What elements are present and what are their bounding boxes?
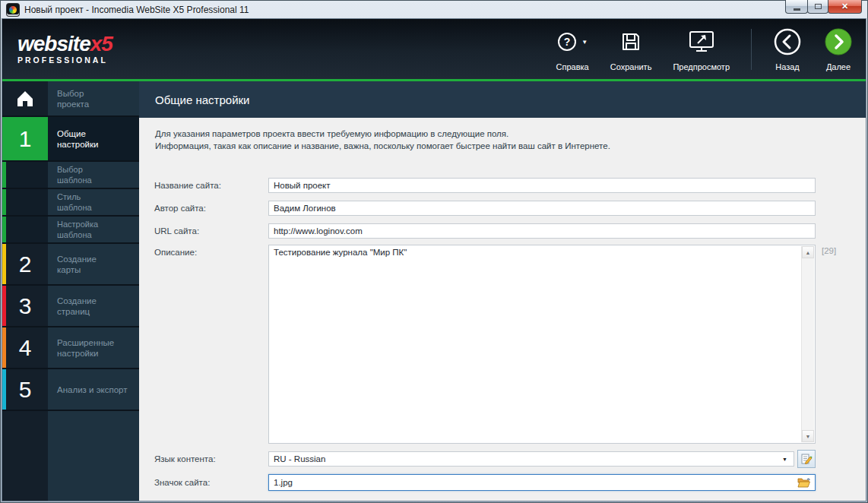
sidebar-label-project-choice: Выбор проекта	[48, 81, 139, 115]
help-button[interactable]: ? ▼ Справка	[556, 27, 589, 71]
maximize-button[interactable]	[807, 0, 828, 14]
circle-chevron-right-icon	[823, 27, 854, 57]
step-5-number: 5	[2, 369, 48, 410]
sidebar-step-4-advanced-settings[interactable]: 4 Расширенные настройки	[2, 327, 139, 369]
step-2-strip	[2, 244, 6, 284]
step-4-number: 4	[2, 327, 48, 368]
open-folder-icon	[797, 477, 811, 488]
edit-list-icon	[800, 453, 813, 465]
intro-line-2: Информация, такая как описание и названи…	[155, 140, 866, 152]
brand-logo: websitex5 PROFESSIONAL	[17, 33, 112, 65]
preview-button[interactable]: Предпросмотр	[673, 27, 730, 71]
content-language-value: RU - Russian	[274, 454, 782, 463]
subitem-template-style-label: Стиль шаблона	[48, 189, 139, 215]
chevron-down-icon: ▼	[782, 457, 787, 462]
site-icon-row: Значок сайта:	[154, 474, 866, 491]
site-name-input[interactable]	[268, 178, 816, 193]
maximize-icon	[815, 4, 822, 9]
app-frame: websitex5 PROFESSIONAL ? ▼ Справка	[2, 19, 866, 501]
site-icon-field	[268, 474, 816, 491]
step-4-strip	[2, 327, 6, 368]
sidebar-item-project-choice[interactable]: Выбор проекта	[2, 81, 139, 117]
app-header: websitex5 PROFESSIONAL ? ▼ Справка	[2, 19, 866, 79]
sidebar-subitem-template-choice[interactable]: Выбор шаблона	[2, 162, 139, 189]
toolbar: ? ▼ Справка Сохранить	[556, 27, 854, 71]
browse-file-button[interactable]	[796, 476, 813, 489]
content-language-label: Язык контента:	[154, 454, 268, 463]
save-button[interactable]: Сохранить	[610, 27, 652, 71]
intro-text: Для указания параметров проекта ввести т…	[155, 128, 866, 152]
intro-line-1: Для указания параметров проекта ввести т…	[155, 128, 866, 140]
site-author-label: Автор сайта:	[154, 204, 268, 213]
brand-x5: x5	[90, 32, 112, 55]
step-1-number: 1	[2, 117, 48, 160]
site-author-row: Автор сайта:	[154, 201, 866, 216]
floppy-disk-icon	[619, 30, 642, 53]
step-2-label: Создание карты	[48, 244, 139, 284]
home-icon	[16, 90, 34, 107]
form-area: Для указания параметров проекта ввести т…	[139, 118, 866, 501]
next-button[interactable]: Далее	[823, 27, 854, 71]
site-name-row: Название сайта:	[154, 178, 866, 193]
help-label: Справка	[556, 62, 589, 71]
site-author-input[interactable]	[268, 201, 816, 216]
site-icon-label: Значок сайта:	[154, 478, 268, 487]
scroll-down-icon[interactable]: ▼	[802, 430, 814, 442]
site-name-label: Название сайта:	[154, 181, 268, 190]
titlebar: Новый проект - Incomedia WebSite X5 Prof…	[0, 0, 868, 19]
sidebar-subitem-template-style[interactable]: Стиль шаблона	[2, 189, 139, 217]
page-title: Общие настройки	[155, 93, 250, 106]
sidebar-filler	[2, 411, 139, 501]
edit-language-list-button[interactable]	[797, 450, 816, 468]
brand-name: websitex5	[17, 32, 112, 55]
scroll-up-icon[interactable]: ▲	[802, 246, 814, 258]
sidebar-step-1-general-settings[interactable]: 1 Общие настройки	[2, 117, 139, 162]
back-button[interactable]: Назад	[773, 27, 802, 71]
monitor-arrow-icon	[688, 30, 715, 53]
description-row: Описание: Тестирование журнала "Мир ПК" …	[154, 245, 866, 444]
description-scrollbar[interactable]: ▲ ▼	[801, 246, 814, 442]
preview-label: Предпросмотр	[673, 62, 730, 71]
description-char-counter: [29]	[822, 246, 836, 255]
step-3-strip	[2, 286, 6, 326]
content-language-row: Язык контента: RU - Russian ▼	[154, 450, 866, 468]
circle-chevron-left-icon	[773, 27, 802, 56]
site-url-label: URL сайта:	[154, 226, 268, 236]
step-1-strip	[2, 162, 6, 188]
content-language-select[interactable]: RU - Russian ▼	[268, 451, 794, 467]
step-1-label: Общие настройки	[48, 117, 139, 160]
window-controls: ✕	[786, 0, 862, 14]
minimize-button[interactable]	[785, 0, 808, 14]
next-label: Далее	[826, 62, 851, 71]
websitex5-logo-icon	[9, 6, 17, 14]
sidebar-step-3-page-creation[interactable]: 3 Создание страниц	[2, 286, 139, 327]
main-content: Общие настройки Для указания параметров …	[139, 81, 866, 501]
help-circle-icon: ?	[557, 31, 578, 52]
step-1-strip	[2, 189, 6, 215]
toolbar-separator	[751, 29, 752, 70]
close-button[interactable]: ✕	[828, 0, 862, 14]
sidebar-subitem-template-setup[interactable]: Настройка шаблона	[2, 217, 139, 244]
site-icon-input[interactable]	[274, 476, 796, 489]
description-textarea[interactable]: Тестирование журнала "Мир ПК" ▲ ▼	[268, 245, 816, 444]
step-5-label: Анализ и экспорт	[48, 369, 139, 410]
site-url-input[interactable]	[268, 223, 816, 239]
app-window: Новый проект - Incomedia WebSite X5 Prof…	[0, 0, 868, 503]
step-1-strip	[2, 217, 6, 242]
minimize-icon	[794, 8, 800, 11]
step-2-number: 2	[2, 244, 48, 284]
step-3-number: 3	[2, 286, 48, 326]
step-5-strip	[2, 369, 6, 410]
window-title: Новый проект - Incomedia WebSite X5 Prof…	[24, 5, 249, 15]
step-4-label: Расширенные настройки	[48, 327, 139, 368]
brand-edition: PROFESSIONAL	[17, 56, 112, 65]
app-icon	[7, 4, 19, 16]
sidebar-step-2-map-creation[interactable]: 2 Создание карты	[2, 244, 139, 286]
subitem-template-setup-label: Настройка шаблона	[48, 217, 139, 242]
site-url-row: URL сайта:	[154, 223, 866, 239]
svg-text:?: ?	[564, 36, 571, 48]
sidebar-step-5-analysis-export[interactable]: 5 Анализ и экспорт	[2, 369, 139, 411]
description-value: Тестирование журнала "Мир ПК"	[274, 248, 798, 441]
save-label: Сохранить	[610, 62, 652, 71]
help-dropdown-caret-icon: ▼	[581, 39, 588, 46]
